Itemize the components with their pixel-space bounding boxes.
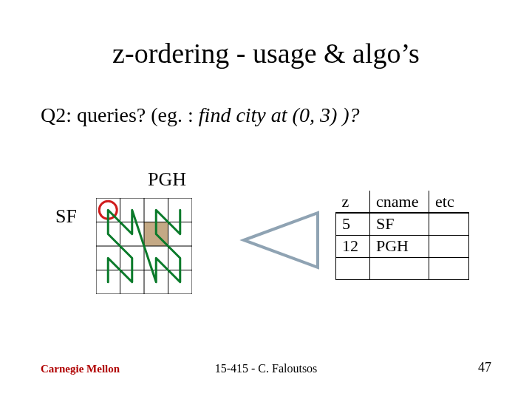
table-row — [336, 257, 469, 279]
col-cname: cname — [370, 191, 429, 213]
zvalue-table: z cname etc 5 SF 12 PGH — [335, 191, 469, 280]
footer-page-number: 47 — [478, 360, 491, 375]
z-order-grid — [96, 198, 192, 294]
pgh-label: PGH — [148, 168, 186, 191]
sf-label: SF — [55, 205, 77, 228]
subtitle-plain: Q2: queries? (eg. : — [41, 103, 199, 126]
slide-subtitle: Q2: queries? (eg. : find city at (0, 3) … — [41, 103, 360, 127]
pointer-left-icon — [236, 207, 325, 281]
footer-course: 15-415 - C. Faloutsos — [0, 362, 532, 375]
col-etc: etc — [429, 191, 469, 213]
svg-marker-7 — [244, 213, 318, 267]
col-z: z — [336, 191, 370, 213]
subtitle-italic: find city at (0, 3) )? — [199, 103, 360, 126]
table-row: 12 PGH — [336, 235, 469, 257]
table-row: 5 SF — [336, 213, 469, 235]
slide-title: z-ordering - usage & algo’s — [0, 37, 532, 69]
